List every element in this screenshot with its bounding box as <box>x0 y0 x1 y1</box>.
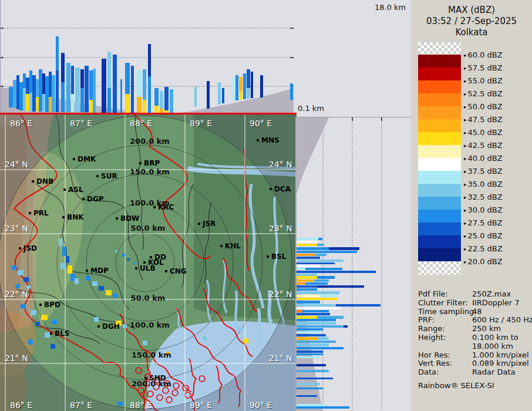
echo-column <box>61 53 65 82</box>
echo-row <box>297 271 376 273</box>
echo-column <box>45 76 49 112</box>
scale-tick-arrow-icon: ▸ <box>464 143 467 149</box>
scale-cell <box>418 42 461 55</box>
scale-tick-arrow-icon: ▸ <box>464 233 467 239</box>
scale-tick-arrow-icon: ▸ <box>464 117 467 123</box>
min-height-label: 0.1 km <box>298 104 324 113</box>
precipitation-echo <box>23 277 29 282</box>
echo-row <box>298 260 344 262</box>
echo-row <box>297 356 320 358</box>
echo-row <box>297 334 326 336</box>
city-dot <box>32 180 34 183</box>
precipitation-echo <box>113 294 117 298</box>
echo-column <box>148 76 151 113</box>
echo-row <box>314 279 329 282</box>
longitude-label: 89° E <box>190 119 212 128</box>
echo-row <box>297 247 329 250</box>
city-dot <box>270 188 272 190</box>
precipitation-echo <box>133 262 135 264</box>
info-value: Radar Data <box>472 368 515 377</box>
city-dot <box>116 217 118 220</box>
scale-cell <box>418 132 461 145</box>
echo-row <box>302 310 329 312</box>
echo-column <box>80 88 84 112</box>
scale-label: ▸27.5 dBZ <box>464 218 503 227</box>
echo-column <box>137 97 142 113</box>
echo-column <box>239 77 243 91</box>
city-label: BRP <box>144 159 160 167</box>
info-label: Range: <box>418 325 472 333</box>
longitude-label: 87° E <box>70 119 92 128</box>
echo-column <box>164 87 169 110</box>
echo-row <box>297 224 301 226</box>
echo-column <box>102 59 106 113</box>
info-value: 0.100 km to <box>472 333 518 342</box>
city-dot <box>143 261 146 264</box>
echo-row <box>297 395 317 397</box>
precipitation-echo <box>244 338 248 343</box>
echo-column <box>75 68 80 112</box>
scale-tick-arrow-icon: ▸ <box>464 104 467 110</box>
scale-cell <box>418 235 461 248</box>
info-row: Range:250 km <box>418 325 530 333</box>
longitude-label: 86° E <box>10 400 32 410</box>
echo-column <box>243 73 246 99</box>
echo-row <box>329 247 359 250</box>
city-dot <box>220 245 223 247</box>
echo-row <box>297 322 336 325</box>
echo-column <box>85 66 89 112</box>
city-label: BNK <box>67 213 84 221</box>
echo-row <box>297 254 316 256</box>
echo-row <box>297 313 330 315</box>
echo-row <box>297 378 333 379</box>
precipitation-echo <box>15 284 20 288</box>
precipitation-echo <box>203 336 207 341</box>
info-row: PRF:600 Hz / 450 Hz <box>418 316 530 325</box>
city-dot <box>97 325 100 328</box>
scale-cell <box>418 261 461 275</box>
echo-row <box>305 282 328 285</box>
info-value: IIRDoppler 7 <box>472 299 520 308</box>
info-value: 600 Hz / 450 Hz <box>472 316 532 325</box>
info-label: Clutter Filter: <box>418 299 472 308</box>
precipitation-echo <box>66 256 69 263</box>
scale-label: ▸55.0 dBZ <box>464 76 503 85</box>
city-dot <box>50 332 52 335</box>
echo-row <box>297 279 314 282</box>
scale-label: ▸57.5 dBZ <box>464 63 503 72</box>
info-row: Height:0.100 km to <box>418 333 530 342</box>
echo-column <box>23 88 26 110</box>
city-label: BPD <box>44 301 60 309</box>
echo-column <box>36 79 39 97</box>
city-dot <box>82 198 85 200</box>
info-row: 18.000 km <box>418 342 530 351</box>
precipitation-echo <box>75 278 79 284</box>
echo-column <box>71 94 74 112</box>
precipitation-echo <box>26 285 31 289</box>
city-dot <box>63 188 66 191</box>
echo-column <box>23 73 26 88</box>
echo-column <box>290 83 293 100</box>
precipitation-echo <box>59 238 62 247</box>
scale-tick-arrow-icon: ▸ <box>464 91 467 97</box>
echo-column <box>247 88 250 99</box>
echo-row <box>316 254 326 256</box>
city-label: DGH <box>102 322 120 331</box>
scale-label: ▸35.0 dBZ <box>464 180 503 188</box>
longitude-label: 89° E <box>190 400 212 410</box>
echo-row <box>297 328 323 331</box>
city-label: DNB <box>36 177 53 186</box>
city-dot <box>96 175 99 177</box>
info-label: Hor Res: <box>418 351 472 360</box>
scale-cell <box>418 184 461 197</box>
echo-row <box>297 325 344 328</box>
precipitation-echo <box>106 290 112 295</box>
city-dot <box>135 267 137 269</box>
product-name: MAX (dBZ) <box>411 5 532 16</box>
echo-row <box>297 388 323 389</box>
echo-column <box>49 72 52 97</box>
scan-datetime: 03:52 / 27-Sep-2025 <box>411 16 532 27</box>
echo-row <box>297 331 320 333</box>
city-label: SHD <box>149 374 166 382</box>
echo-row <box>297 285 317 288</box>
